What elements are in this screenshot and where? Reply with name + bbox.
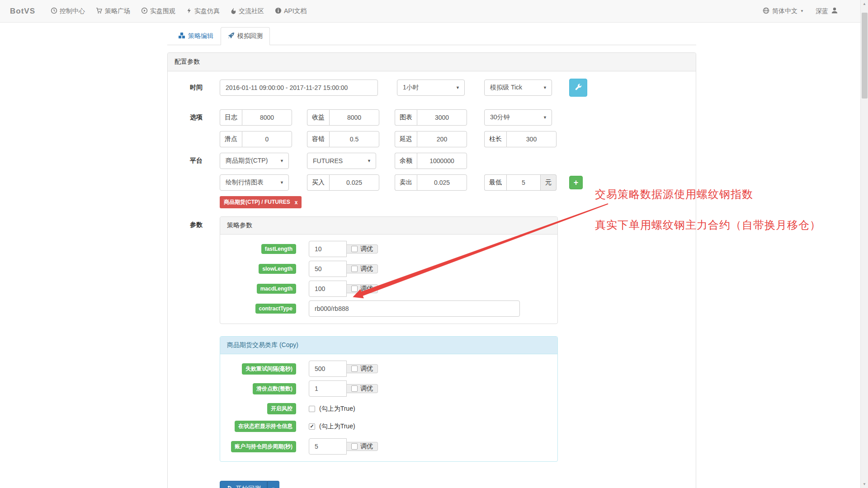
nav-item-community[interactable]: 交流社区 — [225, 0, 269, 23]
info-icon — [275, 7, 282, 15]
chart-mode-select[interactable]: 绘制行情图表 ▼ — [220, 174, 289, 191]
sell-fee-input[interactable] — [417, 174, 467, 191]
param-row-fastlength: fastLength 调优 — [220, 241, 557, 257]
tune-checkbox[interactable] — [351, 366, 358, 372]
navbar-right: 简体中文 ▼ 深蓝 — [763, 7, 838, 15]
chevron-down-icon: ▼ — [367, 159, 371, 163]
chart-input-group: 图表 — [395, 109, 467, 126]
config-panel: 配置参数 时间 1小时 ▼ 模拟级 Tick ▼ 选项 — [167, 52, 696, 488]
add-platform-button[interactable]: + — [569, 176, 583, 189]
backtest-options-dropdown[interactable]: ▼ — [267, 481, 279, 488]
start-backtest-button[interactable]: 开始回测 — [220, 481, 267, 488]
param-row-slip-points: 滑价点数(整数) 调优 — [220, 380, 557, 397]
strategy-params-panel: 策略参数 fastLength 调优 s — [220, 216, 558, 324]
sync-period-input[interactable] — [309, 438, 347, 455]
slip-points-input[interactable] — [309, 380, 347, 397]
tune-checkbox[interactable] — [351, 443, 358, 450]
play-circle-icon — [141, 7, 148, 15]
tab-sim-backtest[interactable]: 模拟回测 — [221, 27, 270, 45]
page-scrollbar: ▲ ▼ — [860, 0, 868, 488]
chevron-down-icon: ▼ — [280, 159, 284, 163]
nav-item-live-sim[interactable]: 实盘仿真 — [181, 0, 225, 23]
settings-wrench-button[interactable] — [569, 79, 587, 97]
scroll-down-icon[interactable]: ▼ — [861, 480, 868, 488]
profit-input-group: 收益 — [307, 109, 379, 126]
nav-item-api-docs[interactable]: API文档 — [269, 0, 312, 23]
botvs-logo[interactable]: BotVS — [10, 7, 35, 16]
delay-input-group: 延迟 — [395, 131, 467, 147]
param-badge: 开启风控 — [267, 403, 296, 414]
chart-input[interactable] — [417, 109, 467, 126]
sell-addon: 卖出 — [395, 174, 417, 191]
min-fee-input[interactable] — [506, 174, 541, 191]
undo-icon — [226, 485, 232, 488]
param-row-sync-period: 账户与持仓同步周期(秒) 调优 — [220, 438, 557, 455]
param-row-show-position: 在状态栏显示持仓信息 ✓ (勾上为True) — [220, 421, 557, 432]
profit-addon: 收益 — [307, 109, 329, 126]
globe-icon — [763, 7, 769, 15]
user-menu[interactable]: 深蓝 — [816, 7, 838, 15]
param-badge: 在状态栏显示持仓信息 — [235, 421, 296, 432]
config-panel-title: 配置参数 — [168, 53, 696, 71]
risk-control-checkbox[interactable] — [309, 406, 315, 412]
start-backtest-split-button: 开始回测 ▼ — [220, 481, 279, 488]
nav-item-strategy-square[interactable]: 策略广场 — [90, 0, 136, 23]
barlen-input[interactable] — [506, 131, 557, 147]
chart-addon: 图表 — [395, 109, 417, 126]
param-badge: slowLength — [259, 264, 296, 274]
tune-checkbox[interactable] — [351, 385, 358, 392]
language-dropdown[interactable]: 简体中文 ▼ — [763, 7, 804, 15]
period-select[interactable]: 1小时 ▼ — [397, 80, 465, 96]
fastlength-input[interactable] — [309, 241, 347, 257]
buy-fee-input-group: 买入 — [307, 174, 379, 191]
scrollbar-thumb[interactable] — [862, 13, 868, 99]
macdlength-input[interactable] — [309, 281, 347, 297]
log-input[interactable] — [242, 109, 292, 126]
market-select[interactable]: FUTURES ▼ — [307, 153, 376, 169]
fault-input[interactable] — [329, 131, 379, 147]
buy-fee-input[interactable] — [329, 174, 379, 191]
balance-input[interactable] — [417, 153, 467, 169]
param-badge: macdLength — [257, 284, 296, 294]
fault-addon: 容错 — [307, 131, 329, 147]
options-label: 选项 — [175, 113, 203, 122]
top-navbar: BotVS 控制中心 策略广场 实盘围观 实盘仿真 交流社区 API文档 — [0, 0, 868, 23]
param-row-contracttype: contractType — [220, 300, 557, 317]
min-fee-input-group: 最低 元 — [484, 174, 557, 191]
param-row-macdlength: macdLength 调优 — [220, 281, 557, 297]
log-input-group: 日志 — [220, 109, 292, 126]
scroll-up-icon[interactable]: ▲ — [861, 0, 868, 8]
tune-checkbox[interactable] — [351, 246, 358, 252]
bolt-icon — [186, 7, 192, 15]
tab-strategy-edit[interactable]: 策略编辑 — [171, 27, 221, 45]
slippage-addon: 滑点 — [220, 131, 242, 147]
cubes-icon — [178, 32, 185, 40]
param-row-risk-control: 开启风控 (勾上为True) — [220, 403, 557, 414]
nav-item-control-center[interactable]: 控制中心 — [45, 0, 90, 23]
profit-input[interactable] — [329, 109, 379, 126]
nav-item-live-watch[interactable]: 实盘围观 — [136, 0, 181, 23]
nav-menu: 控制中心 策略广场 实盘围观 实盘仿真 交流社区 API文档 — [45, 0, 312, 23]
time-range-input[interactable] — [220, 80, 378, 96]
lib-params-body: 失败重试间隔(毫秒) 调优 滑价点数(整数) — [220, 354, 557, 461]
retry-interval-input[interactable] — [309, 361, 347, 377]
fault-input-group: 容错 — [307, 131, 379, 147]
param-badge: contractType — [255, 304, 296, 314]
tick-select[interactable]: 模拟级 Tick ▼ — [484, 80, 552, 96]
wrench-icon — [575, 83, 582, 92]
platform-select[interactable]: 商品期货(CTP) ▼ — [220, 153, 289, 169]
slowlength-input[interactable] — [309, 261, 347, 277]
tune-checkbox[interactable] — [351, 286, 358, 292]
contracttype-input[interactable] — [309, 300, 520, 317]
interval-select[interactable]: 30分钟 ▼ — [484, 109, 552, 126]
chevron-down-icon: ▼ — [280, 180, 284, 185]
chevron-down-icon: ▼ — [456, 85, 460, 90]
strategy-params-body: fastLength 调优 slowLength — [220, 235, 557, 324]
tune-checkbox[interactable] — [351, 266, 358, 272]
slippage-input[interactable] — [242, 131, 292, 147]
show-position-checkbox[interactable]: ✓ — [309, 423, 315, 430]
remove-tag-icon[interactable]: x — [295, 199, 298, 206]
options-row-1: 选项 日志 收益 图表 30分钟 ▼ — [175, 109, 689, 126]
barlen-input-group: 柱长 — [484, 131, 557, 147]
delay-input[interactable] — [417, 131, 467, 147]
